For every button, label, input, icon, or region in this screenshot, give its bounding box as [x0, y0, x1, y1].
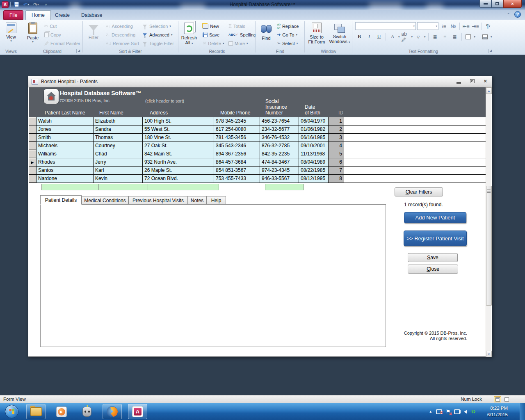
cell-dob[interactable]: 08/12/1995: [299, 175, 329, 183]
cell-ssn[interactable]: 842-35-2235: [260, 150, 299, 158]
cell-dob[interactable]: 11/13/1968: [299, 150, 329, 158]
cell-address[interactable]: 26 Maple St.: [143, 167, 214, 174]
filter-last-name-input[interactable]: [41, 184, 99, 190]
update-sync-icon[interactable]: ♻: [471, 409, 476, 415]
cell-last[interactable]: Rhodes: [37, 158, 94, 166]
align-center-icon[interactable]: ≡: [441, 33, 449, 41]
cell-phone[interactable]: 781 435-3456: [214, 134, 260, 142]
record-selector[interactable]: [29, 126, 37, 133]
save-button[interactable]: Save: [408, 253, 458, 262]
text-direction-icon[interactable]: ¶▾: [484, 22, 492, 30]
show-desktop-button[interactable]: [520, 403, 525, 420]
size-to-fit-form-button[interactable]: Size toFit Form: [306, 21, 327, 48]
ascending-button[interactable]: A↓Ascending: [105, 22, 140, 30]
taskbar-firefox-button[interactable]: [103, 404, 122, 419]
remove-sort-button[interactable]: A⃠Remove Sort: [105, 39, 140, 48]
bold-icon[interactable]: B: [355, 33, 363, 41]
cell-first[interactable]: Jerry: [94, 158, 143, 166]
taskbar-clock[interactable]: 8:22 PM 6/11/2015: [487, 405, 508, 418]
close-form-button[interactable]: Close: [408, 265, 458, 274]
cell-dob[interactable]: 09/10/2001: [299, 142, 329, 150]
font-family-combo[interactable]: ▾: [355, 22, 416, 30]
table-header[interactable]: Hospital Database Software™ ©2009-2015 D…: [29, 87, 486, 117]
cell-id[interactable]: 3: [329, 134, 344, 142]
taskbar-explorer-button[interactable]: [26, 404, 46, 419]
tab-create[interactable]: Create: [49, 10, 75, 20]
copy-button[interactable]: Copy: [43, 30, 82, 39]
col-ssn[interactable]: Social Insurance Number: [265, 98, 287, 116]
cell-last[interactable]: Santos: [37, 167, 94, 174]
highlight-color-icon[interactable]: ab🖉: [402, 33, 410, 41]
register-patient-visit-button[interactable]: >> Register Patient Visit: [404, 231, 467, 246]
start-button[interactable]: [5, 405, 18, 418]
replace-button[interactable]: abacReplace: [276, 22, 300, 30]
cell-dob[interactable]: 06/04/1970: [299, 117, 329, 125]
font-size-combo[interactable]: ▾: [417, 22, 438, 30]
cell-last[interactable]: Michaels: [37, 142, 94, 150]
font-color-icon[interactable]: A: [388, 33, 397, 41]
cell-address[interactable]: 932 North Ave.: [143, 158, 214, 166]
taskbar-media-player-button[interactable]: ▶: [52, 404, 71, 419]
cell-id[interactable]: 1: [329, 117, 344, 125]
cell-id[interactable]: 5: [329, 150, 344, 158]
gridlines-icon[interactable]: [464, 33, 472, 41]
add-new-patient-button[interactable]: Add New Patient: [404, 212, 466, 223]
hidden-icons-chevron-icon[interactable]: ▲: [429, 410, 432, 413]
alternate-row-color-icon[interactable]: [481, 33, 489, 41]
cell-phone[interactable]: 617 254-8080: [214, 126, 260, 133]
spelling-button[interactable]: ABC✓Spelling: [227, 30, 257, 39]
close-button[interactable]: ×: [503, 0, 522, 8]
cell-phone[interactable]: 345 543-2346: [214, 142, 260, 150]
cell-address[interactable]: 180 Vine St.: [143, 134, 214, 142]
cell-dob[interactable]: 08/22/1985: [299, 167, 329, 174]
delete-record-button[interactable]: ✕Delete▾: [201, 39, 226, 48]
design-view-toggle-icon[interactable]: [503, 396, 510, 402]
cell-id[interactable]: 7: [329, 167, 344, 174]
scrollbar-thumb[interactable]: [486, 186, 492, 306]
record-selector[interactable]: [29, 150, 37, 158]
form-scrollbar[interactable]: ▲ ▼: [486, 87, 491, 357]
tab-help[interactable]: Help: [206, 196, 226, 205]
advanced-button[interactable]: Advanced▾: [141, 30, 175, 39]
display-problem-icon[interactable]: [436, 409, 442, 414]
record-selector[interactable]: [29, 134, 37, 142]
taskbar-robot-app-button[interactable]: [77, 404, 96, 419]
tab-notes[interactable]: Notes: [188, 196, 206, 205]
descending-button[interactable]: Z↓Descending: [105, 30, 140, 39]
cell-first[interactable]: Chad: [94, 150, 143, 158]
taskbar-access-button[interactable]: A: [128, 404, 147, 419]
tab-home[interactable]: Home: [25, 10, 51, 20]
cell-id[interactable]: 6: [329, 158, 344, 166]
select-button[interactable]: ➣Select▾: [276, 39, 300, 48]
cell-last[interactable]: Jones: [37, 126, 94, 133]
align-left-icon[interactable]: ≣: [431, 33, 439, 41]
paste-button[interactable]: Paste▾: [23, 21, 42, 48]
cell-first[interactable]: Thomas: [94, 134, 143, 142]
tab-medical-conditions[interactable]: Medical Conditions: [82, 196, 128, 205]
save-record-button[interactable]: Save: [201, 30, 226, 39]
switch-windows-button[interactable]: SwitchWindows ▾: [328, 21, 351, 48]
volume-icon[interactable]: [464, 410, 467, 414]
decrease-indent-icon[interactable]: ⇤≡: [462, 22, 470, 30]
cell-address[interactable]: 55 West St.: [143, 126, 214, 133]
tab-database[interactable]: Database: [75, 10, 108, 20]
filter-ssn-input[interactable]: [265, 184, 304, 190]
form-window-titlebar[interactable]: Boston Hospital - Patients ×: [28, 76, 492, 87]
record-selector[interactable]: [29, 175, 37, 183]
refresh-all-button[interactable]: RefreshAll ▾: [180, 21, 199, 48]
tab-patient-details[interactable]: Patient Details: [40, 195, 82, 205]
cell-first[interactable]: Courtney: [94, 142, 143, 150]
cell-ssn[interactable]: 974-23-4345: [260, 167, 299, 174]
filter-button[interactable]: Filter: [84, 21, 103, 48]
toggle-filter-button[interactable]: Toggle Filter: [141, 39, 175, 48]
new-record-button[interactable]: New: [201, 22, 226, 30]
cell-address[interactable]: 100 High St.: [143, 117, 214, 125]
fill-color-icon[interactable]: 🜄: [414, 33, 422, 41]
col-dob[interactable]: Date of Birth: [305, 104, 320, 116]
goto-button[interactable]: ➜Go To▾: [276, 30, 300, 39]
record-selector[interactable]: [29, 167, 37, 174]
minimize-button[interactable]: [479, 0, 491, 8]
cell-phone[interactable]: 864 457-3684: [214, 158, 260, 166]
ribbon-collapse-icon[interactable]: ⌃: [507, 12, 510, 17]
filter-address-input[interactable]: [148, 184, 219, 190]
